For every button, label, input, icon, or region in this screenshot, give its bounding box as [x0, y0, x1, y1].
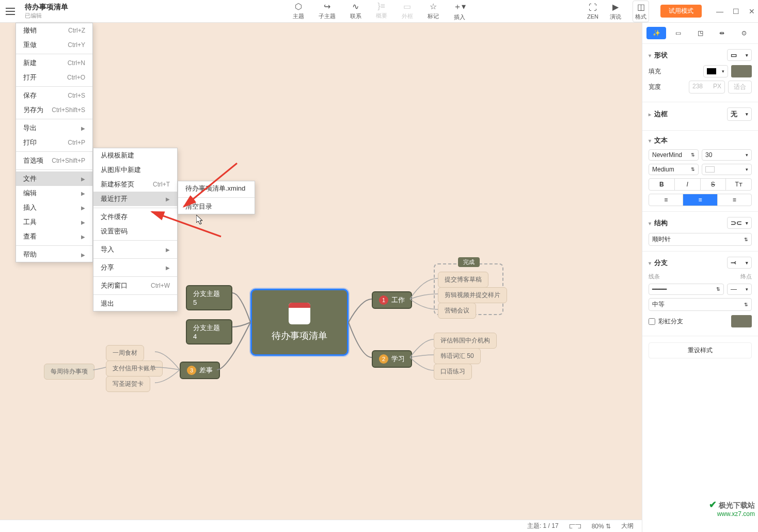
width-input[interactable]: 238PX: [689, 81, 725, 93]
branch-work[interactable]: 1工作: [372, 291, 412, 309]
toolbar-boundary[interactable]: ▭外框: [402, 2, 413, 21]
side-tab-5[interactable]: ⊙: [734, 27, 754, 39]
italic-button[interactable]: I: [675, 179, 701, 190]
trial-button[interactable]: 试用模式: [660, 5, 702, 18]
menu-insert[interactable]: 插入▶: [16, 200, 92, 215]
work-item-1[interactable]: 剪辑视频并提交样片: [438, 287, 507, 303]
case-button[interactable]: Tᴛ: [726, 179, 751, 190]
menu-tool[interactable]: 工具▶: [16, 215, 92, 229]
side-tab-3[interactable]: ◳: [690, 27, 710, 39]
shape-select[interactable]: ▭ ▾: [727, 49, 752, 61]
errand-item-1[interactable]: 支付信用卡账单: [106, 361, 163, 377]
align-right-button[interactable]: ≡: [718, 194, 751, 206]
side-tab-4[interactable]: ⇹: [712, 27, 732, 39]
rainbow-checkbox[interactable]: 彩虹分支: [649, 317, 683, 326]
branch-errand[interactable]: 3差事: [180, 362, 220, 379]
bold-button[interactable]: B: [649, 179, 675, 190]
align-center-button[interactable]: ≡: [683, 194, 717, 206]
submenu-share[interactable]: 分享▶: [93, 260, 177, 275]
node-weekly[interactable]: 每周待办事项: [44, 364, 94, 380]
toolbar-pitch[interactable]: ▶演说: [610, 2, 621, 21]
width-fit-button[interactable]: 适合: [728, 81, 752, 93]
menu-save[interactable]: 保存Ctrl+S: [16, 88, 92, 103]
toolbar-marker[interactable]: ☆标记: [428, 2, 439, 21]
menu-new[interactable]: 新建Ctrl+N: [16, 56, 92, 70]
submenu-newtab[interactable]: 新建标签页Ctrl+T: [93, 177, 177, 192]
branch-sub5[interactable]: 分支主题 5: [186, 285, 232, 310]
toolbar-zen[interactable]: ⛶ZEN: [587, 3, 598, 20]
font-size-select[interactable]: 30▾: [702, 149, 752, 161]
work-item-0[interactable]: 提交博客草稿: [438, 272, 488, 288]
submenu-cache[interactable]: 文件缓存: [93, 210, 177, 224]
toolbar-subtheme[interactable]: ↪子主题: [319, 2, 336, 21]
submenu-recent[interactable]: 最近打开▶: [93, 192, 177, 206]
clockwise-select[interactable]: 顺时针⇅: [649, 233, 752, 246]
strike-button[interactable]: S: [701, 179, 727, 190]
study-item-0[interactable]: 评估韩国中介机构: [434, 333, 497, 349]
submenu-fromtpl[interactable]: 从模板新建: [93, 148, 177, 163]
menu-undo[interactable]: 撤销Ctrl+Z: [16, 23, 92, 38]
font-color-select[interactable]: ▾: [702, 164, 752, 175]
endpoint-select[interactable]: — ▾: [727, 284, 752, 295]
menu-help[interactable]: 帮助▶: [16, 247, 92, 262]
submenu-closewin[interactable]: 关闭窗口Ctrl+W: [93, 278, 177, 293]
structure-select[interactable]: ⊃⊂ ▾: [727, 217, 752, 229]
window-maximize[interactable]: ☐: [733, 7, 739, 15]
status-zoom[interactable]: 80% ⇅: [592, 523, 611, 530]
width-label: 宽度: [649, 83, 661, 91]
reset-style-button[interactable]: 重设样式: [649, 342, 752, 358]
recent-file-0[interactable]: 待办事项清单.xmind: [178, 181, 255, 196]
side-tab-style[interactable]: ✨: [646, 27, 666, 39]
hamburger-menu[interactable]: [3, 4, 18, 19]
central-topic[interactable]: 待办事项清单: [250, 289, 349, 356]
menu-redo[interactable]: 重做Ctrl+Y: [16, 38, 92, 52]
recent-clear[interactable]: 清空目录: [178, 199, 255, 214]
border-select[interactable]: 无 ▾: [727, 107, 752, 121]
window-minimize[interactable]: —: [716, 7, 723, 15]
doc-title: 待办事项清单: [25, 3, 68, 12]
thickness-select[interactable]: 中等⇅: [649, 298, 752, 311]
branch-style-select[interactable]: ⤙ ▾: [727, 257, 752, 269]
fill-color-select[interactable]: ▾: [703, 65, 728, 77]
errand-item-0[interactable]: 一周食材: [106, 345, 144, 361]
work-item-2[interactable]: 营销会议: [438, 303, 476, 319]
recent-submenu: 待办事项清单.xmind 清空目录: [178, 181, 255, 214]
fill-swatch[interactable]: [731, 65, 752, 77]
errand-item-2[interactable]: 写圣诞贺卡: [106, 376, 150, 392]
submenu-import[interactable]: 导入▶: [93, 242, 177, 257]
side-tab-2[interactable]: ▭: [668, 27, 688, 39]
menu-export[interactable]: 导出▶: [16, 121, 92, 135]
window-close[interactable]: ✕: [749, 7, 755, 15]
menu-print[interactable]: 打印Ctrl+P: [16, 135, 92, 150]
font-family-select[interactable]: NeverMind⇅: [649, 149, 699, 161]
branch-study[interactable]: 2学习: [372, 350, 412, 368]
align-left-button[interactable]: ≡: [649, 194, 683, 206]
font-weight-select[interactable]: Medium⇅: [649, 164, 699, 175]
submenu-exit[interactable]: 退出: [93, 296, 177, 311]
line-style-select[interactable]: ━━━━ ⇅: [649, 284, 724, 295]
calendar-icon: [289, 303, 310, 324]
status-outline[interactable]: 大纲: [621, 522, 634, 530]
toolbar-theme[interactable]: ⬡主题: [293, 2, 304, 21]
toolbar-summary[interactable]: }≡概要: [376, 2, 387, 21]
submenu-fromlib[interactable]: 从图库中新建: [93, 163, 177, 177]
menu-view[interactable]: 查看▶: [16, 229, 92, 244]
status-map-icon[interactable]: ⫍⫎: [569, 523, 581, 530]
status-bar: 主题: 1 / 17 ⫍⫎ 80% ⇅ 大纲: [0, 520, 642, 532]
menu-edit[interactable]: 编辑▶: [16, 186, 92, 200]
watermark: ✔ 极光下载站 www.xz7.com: [709, 499, 755, 518]
main-menu: 撤销Ctrl+Z 重做Ctrl+Y 新建Ctrl+N 打开Ctrl+O 保存Ct…: [15, 23, 93, 262]
toolbar-format[interactable]: ◫格式: [633, 1, 649, 22]
toolbar-insert[interactable]: ＋▾插入: [453, 2, 466, 21]
study-item-2[interactable]: 口语练习: [434, 364, 472, 380]
branch-sub4[interactable]: 分支主题 4: [186, 319, 232, 345]
submenu-setpw[interactable]: 设置密码: [93, 224, 177, 239]
study-item-1[interactable]: 韩语词汇 50: [434, 348, 481, 364]
toolbar-relation[interactable]: ∿联系: [350, 2, 361, 21]
menu-pref[interactable]: 首选项Ctrl+Shift+P: [16, 153, 92, 168]
branch-swatch[interactable]: [731, 315, 752, 327]
menu-open[interactable]: 打开Ctrl+O: [16, 70, 92, 85]
menu-saveas[interactable]: 另存为Ctrl+Shift+S: [16, 103, 92, 117]
title-block: 待办事项清单 已编辑: [25, 3, 68, 20]
menu-file[interactable]: 文件▶: [16, 171, 92, 186]
